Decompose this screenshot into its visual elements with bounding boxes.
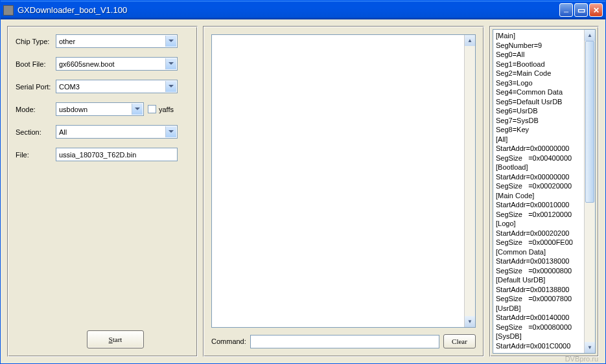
- titlebar[interactable]: GXDownloader_boot_V1.100: [1, 1, 605, 19]
- config-panel: Chip Type: other Boot File: gx6605snew.b…: [7, 26, 198, 357]
- scroll-down-icon[interactable]: ▼: [585, 342, 595, 353]
- app-icon: [3, 5, 14, 16]
- scroll-track[interactable]: [585, 203, 595, 342]
- yaffs-checkbox-wrap[interactable]: yaffs: [148, 105, 174, 113]
- boot-file-combo[interactable]: gx6605snew.boot: [56, 57, 178, 71]
- minimize-button[interactable]: [559, 3, 573, 17]
- command-input[interactable]: [250, 335, 439, 348]
- mode-label: Mode:: [16, 106, 56, 113]
- output-scrollbar[interactable]: ▲ ▼: [464, 35, 475, 327]
- scroll-thumb[interactable]: [585, 41, 594, 203]
- chevron-down-icon: [169, 62, 174, 65]
- app-window: GXDownloader_boot_V1.100 Chip Type: othe…: [0, 0, 606, 364]
- file-label: File:: [16, 151, 56, 159]
- command-label: Command:: [211, 337, 246, 345]
- section-value: All: [59, 128, 67, 136]
- scroll-track[interactable]: [465, 46, 475, 316]
- scroll-down-icon[interactable]: ▼: [465, 316, 475, 327]
- chevron-down-icon: [135, 108, 140, 110]
- chevron-down-icon: [169, 130, 174, 133]
- scroll-up-icon[interactable]: ▲: [465, 35, 475, 46]
- chip-type-value: other: [59, 38, 75, 45]
- chevron-down-icon: [169, 40, 174, 42]
- mode-value: usbdown: [59, 106, 87, 113]
- mode-combo[interactable]: usbdown: [56, 102, 144, 116]
- log-panel: [Main] SegNumber=9 Seg0=All Seg1=Bootloa…: [489, 26, 599, 357]
- chip-type-label: Chip Type:: [16, 38, 56, 45]
- yaffs-label: yaffs: [159, 106, 174, 113]
- window-title: GXDownloader_boot_V1.100: [17, 5, 559, 15]
- yaffs-checkbox[interactable]: [148, 105, 156, 113]
- log-scrollbar[interactable]: ▲ ▼: [584, 30, 595, 353]
- boot-file-value: gx6605snew.boot: [59, 60, 115, 68]
- client-area: Chip Type: other Boot File: gx6605snew.b…: [1, 19, 605, 363]
- start-button[interactable]: Start: [87, 330, 144, 348]
- output-textarea[interactable]: ▲ ▼: [211, 34, 476, 328]
- serial-port-combo[interactable]: COM3: [56, 80, 178, 93]
- section-label: Section:: [16, 128, 56, 136]
- boot-file-label: Boot File:: [16, 60, 56, 68]
- chevron-down-icon: [169, 85, 174, 87]
- file-input[interactable]: [56, 148, 178, 161]
- log-textarea[interactable]: [Main] SegNumber=9 Seg0=All Seg1=Bootloa…: [493, 29, 596, 354]
- close-button[interactable]: [589, 3, 603, 17]
- scroll-up-icon[interactable]: ▲: [585, 30, 595, 41]
- maximize-button[interactable]: [574, 3, 588, 17]
- serial-port-value: COM3: [59, 83, 80, 91]
- window-controls: [559, 3, 603, 17]
- clear-button[interactable]: Clear: [443, 334, 476, 348]
- output-panel: ▲ ▼ Command: Clear: [203, 26, 484, 357]
- watermark: DVBpro.ru: [565, 355, 598, 363]
- chip-type-combo[interactable]: other: [56, 34, 178, 48]
- log-content: [Main] SegNumber=9 Seg0=All Seg1=Bootloa…: [496, 31, 592, 350]
- section-combo[interactable]: All: [56, 125, 178, 139]
- serial-port-label: Serial Port:: [16, 83, 56, 91]
